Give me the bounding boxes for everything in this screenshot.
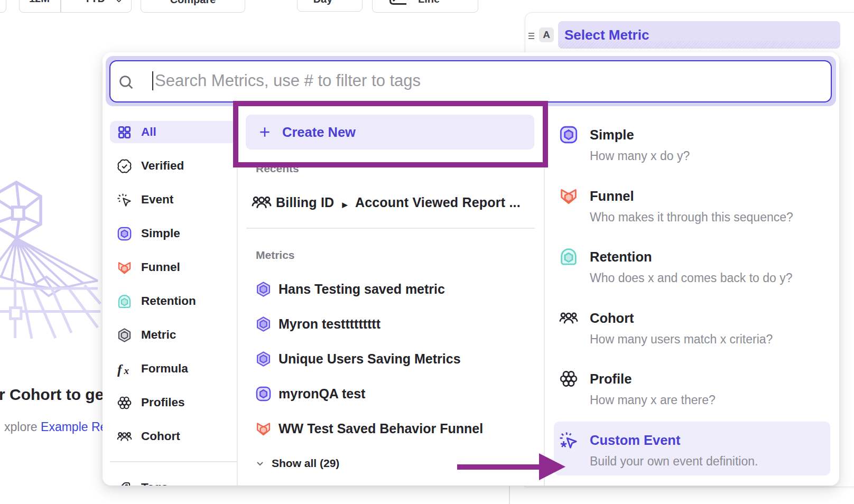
svg-text:f: f <box>117 361 123 377</box>
svg-text:x: x <box>123 365 129 376</box>
